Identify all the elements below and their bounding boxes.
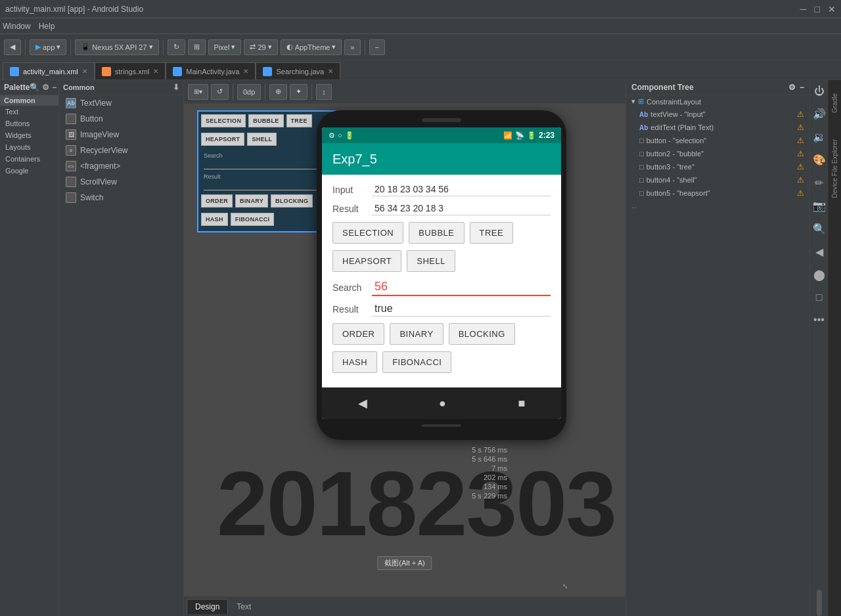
canvas-heapsort-btn[interactable]: HEAPSORT [201,133,244,146]
canvas-hash-btn[interactable]: HASH [201,213,228,226]
phone-fibonacci-btn[interactable]: FIBONACCI [382,351,451,373]
volume-up-btn[interactable]: 🔊 [810,105,829,123]
size-btn[interactable]: ⇄ 29 ▾ [244,39,277,55]
canvas-blocking-btn[interactable]: BLOCKING [271,194,313,208]
view-toggle-btn[interactable]: ⊞▾ [188,84,208,100]
tab-close-searching[interactable]: ✕ [328,68,333,75]
device-selector[interactable]: 📱 Nexus 5X API 27 ▾ [75,39,158,55]
tree-item-button2[interactable]: □ button2 - "bubble" ⚠ [626,147,809,160]
zoom-dp-btn[interactable]: 0dp [237,84,261,100]
menu-help[interactable]: Help [39,22,55,31]
palette-section-common[interactable]: Common [0,95,58,106]
zoom-in-right-btn[interactable]: 🔍 [810,220,829,238]
menu-window[interactable]: Window [3,22,31,31]
phone-bubble-btn[interactable]: BUBBLE [409,222,464,244]
palette-scrollview-item[interactable]: ScrollView [59,174,183,190]
phone-search-input[interactable] [372,278,551,296]
tree-item-button5[interactable]: □ button5 - "heapsort" ⚠ [626,187,809,200]
component-tree-settings-icon[interactable]: ⚙ [788,83,796,92]
tab-close-main[interactable]: ✕ [243,68,248,75]
more-right-btn[interactable]: ••• [811,311,827,328]
back-button[interactable]: ◀ [4,39,21,55]
margin-btn[interactable]: ↕ [316,84,332,100]
canvas-shell-btn[interactable]: SHELL [247,133,277,146]
phone-order-btn[interactable]: ORDER [332,323,384,345]
palette-item-text[interactable]: Text [0,106,58,118]
square-btn[interactable]: □ [813,289,825,306]
phone-result2-value[interactable]: true [372,301,551,317]
canvas-tree-btn[interactable]: TREE [286,114,312,127]
back-right-btn[interactable]: ◀ [813,243,826,261]
canvas-bubble-btn[interactable]: BUBBLE [248,114,283,127]
tab-close-activity[interactable]: ✕ [82,68,87,75]
tab-text[interactable]: Text [228,599,260,615]
design-view-btn[interactable]: ⊞ [188,39,206,55]
device-file-label[interactable]: Device File Explorer [831,139,838,198]
phone-result-value[interactable]: 56 34 23 20 18 3 [372,202,551,215]
phone-input-value[interactable]: 20 18 23 03 34 56 [372,183,551,196]
gradle-label[interactable]: Gradle [831,93,838,113]
component-tree-collapse-icon[interactable]: − [800,83,804,92]
palette-wide-download-icon[interactable]: ⬇ [173,83,179,92]
canvas-fibonacci-btn[interactable]: FIBONACCI [231,213,275,226]
phone-hash-btn[interactable]: HASH [332,351,377,373]
palette-item-widgets[interactable]: Widgets [0,129,58,141]
palette-fragment-item[interactable]: <> <fragment> [59,158,183,174]
stop-btn[interactable]: ⬤ [811,266,828,284]
phone-back-btn[interactable]: ◀ [358,396,367,410]
scroll-bar[interactable] [817,590,822,616]
phone-heapsort-btn[interactable]: HEAPSORT [332,250,401,272]
phone-tree-btn[interactable]: TREE [470,222,514,244]
minimize-btn[interactable]: ─ [800,4,807,14]
refresh-btn[interactable]: ↻ [168,39,185,55]
palette-item-containers[interactable]: Containers [0,153,58,165]
app-selector[interactable]: ▶ app ▾ [30,39,66,55]
phone-recents-btn[interactable]: ■ [518,397,525,410]
align-btn[interactable]: ⊕ [269,84,287,100]
volume-down-btn[interactable]: 🔉 [810,128,829,146]
tab-design[interactable]: Design [187,599,228,614]
tree-item-button1[interactable]: □ button - "selection" ⚠ [626,134,809,147]
close-btn[interactable]: ✕ [828,4,836,14]
camera-btn[interactable]: 📷 [810,197,829,215]
power-btn[interactable]: ⏻ [811,83,827,100]
phone-blocking-btn[interactable]: BLOCKING [449,323,515,345]
pixel-btn[interactable]: Pixel ▾ [208,39,242,55]
phone-home-btn[interactable]: ● [439,397,446,410]
maximize-btn[interactable]: □ [815,4,820,14]
palette-collapse-icon[interactable]: − [52,83,57,92]
palette-textview-item[interactable]: Ab TextView [59,95,183,111]
tree-item-constraint-layout[interactable]: ▾ ⊞ ConstraintLayout [626,95,809,108]
palette-recyclerview-item[interactable]: ≡ RecyclerView [59,143,183,158]
tab-close-strings[interactable]: ✕ [153,68,158,75]
rotate-btn[interactable]: ↺ [211,84,229,100]
palette-item-google[interactable]: Google [0,165,58,177]
palette-item-layouts[interactable]: Layouts [0,141,58,153]
zoom-out-btn[interactable]: − [369,39,385,55]
theme-btn[interactable]: ◐ AppTheme ▾ [281,39,342,55]
tab-activity-main[interactable]: activity_main.xml ✕ [3,62,95,79]
tab-searching[interactable]: Searching.java ✕ [256,62,340,79]
magic-btn[interactable]: ✦ [290,84,307,100]
tab-mainactivity[interactable]: MainActivity.java ✕ [166,62,256,79]
palette-switch-item[interactable]: Switch [59,190,183,206]
tree-item-textview[interactable]: Ab textView - "Input" ⚠ [626,108,809,121]
palette-item-buttons[interactable]: Buttons [0,118,58,129]
phone-shell-btn[interactable]: SHELL [407,250,455,272]
palette-imageview-item[interactable]: 🖼 ImageView [59,127,183,143]
tab-strings[interactable]: strings.xml ✕ [95,62,166,79]
palette-search-icon[interactable]: 🔍 [30,83,39,92]
tree-item-button3[interactable]: □ button3 - "tree" ⚠ [626,160,809,173]
palette-btn-right[interactable]: 🎨 [810,151,829,169]
palette-settings-icon[interactable]: ⚙ [42,83,49,92]
canvas-order-btn[interactable]: ORDER [201,194,233,208]
more-btn[interactable]: » [344,39,360,55]
phone-binary-btn[interactable]: BINARY [390,323,443,345]
canvas-binary-btn[interactable]: BINARY [235,194,268,208]
palette-button-item[interactable]: Button [59,111,183,127]
canvas-selection-btn[interactable]: SELECTION [201,114,246,127]
eraser-btn[interactable]: ✏ [812,174,826,192]
phone-selection-btn[interactable]: SELECTION [332,222,403,244]
tree-item-button4[interactable]: □ button4 - "shell" ⚠ [626,173,809,187]
tree-item-edittext[interactable]: Ab editText (Plain Text) ⚠ [626,121,809,134]
